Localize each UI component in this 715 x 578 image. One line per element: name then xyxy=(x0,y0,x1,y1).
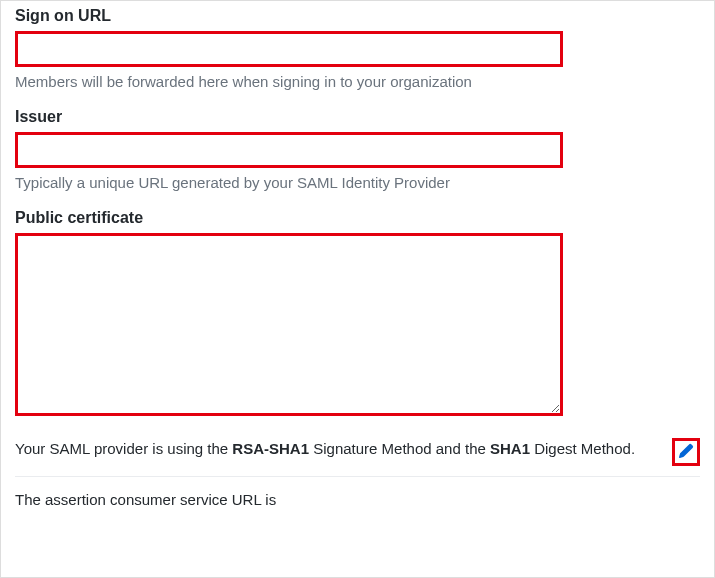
saml-info-suffix: Digest Method. xyxy=(530,440,635,457)
issuer-help: Typically a unique URL generated by your… xyxy=(15,174,700,191)
saml-digest-method: SHA1 xyxy=(490,440,530,457)
saml-settings-panel: Sign on URL Members will be forwarded he… xyxy=(0,0,715,578)
sign-on-url-label: Sign on URL xyxy=(15,7,700,25)
pencil-icon xyxy=(678,443,694,462)
saml-signature-method: RSA-SHA1 xyxy=(232,440,309,457)
issuer-input[interactable] xyxy=(15,132,563,168)
saml-method-info: Your SAML provider is using the RSA-SHA1… xyxy=(15,438,700,477)
saml-info-prefix: Your SAML provider is using the xyxy=(15,440,232,457)
edit-saml-method-button[interactable] xyxy=(672,438,700,466)
saml-method-text: Your SAML provider is using the RSA-SHA1… xyxy=(15,438,666,461)
assertion-consumer-row: The assertion consumer service URL is xyxy=(15,491,700,508)
assertion-consumer-label: The assertion consumer service URL is xyxy=(15,491,276,508)
saml-info-mid: Signature Method and the xyxy=(309,440,490,457)
sign-on-url-help: Members will be forwarded here when sign… xyxy=(15,73,700,90)
issuer-label: Issuer xyxy=(15,108,700,126)
sign-on-url-input[interactable] xyxy=(15,31,563,67)
public-certificate-textarea[interactable] xyxy=(15,233,563,416)
public-certificate-label: Public certificate xyxy=(15,209,700,227)
